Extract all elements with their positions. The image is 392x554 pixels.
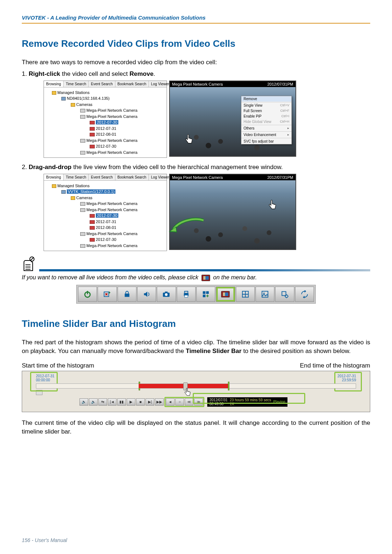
- video-preview: [172, 206, 293, 247]
- node-root[interactable]: Managed Stations: [45, 90, 165, 96]
- toolbar-lock-icon[interactable]: [118, 287, 136, 302]
- label-start-time: Start time of the histogram: [22, 362, 94, 369]
- node-cam[interactable]: Mega-Pixel Network Camera: [45, 231, 165, 237]
- node-station[interactable]: VVTK_Station1(127.0.0.1): [45, 189, 165, 195]
- remove-all-icon: [201, 275, 210, 281]
- step2-bold: Drag-and-drop: [29, 164, 72, 171]
- toolbar-audio-icon[interactable]: [137, 287, 156, 302]
- ctx-full-screen[interactable]: Full ScreenCtrl+F: [241, 108, 291, 114]
- svg-point-8: [165, 293, 168, 296]
- step1-bold2: Remove: [130, 70, 154, 77]
- ctrl-next[interactable]: ▶▶: [155, 398, 164, 406]
- toolbar-grid-icon[interactable]: [236, 287, 255, 302]
- ctrl-stop[interactable]: ■: [136, 398, 145, 406]
- timeline-track[interactable]: ◄━━━: [36, 383, 356, 389]
- ctx-hide-global[interactable]: Hide Global ViewCtrl+H: [241, 119, 291, 124]
- ctrl-vol2[interactable]: 🔈: [89, 398, 98, 406]
- tab-event-search[interactable]: Event Search: [89, 81, 115, 87]
- video-name: Mega Pixel Network Camera: [172, 82, 223, 86]
- step1-num: 1.: [22, 70, 29, 77]
- node-cam[interactable]: Mega-Pixel Network Camera: [45, 149, 165, 156]
- node-date[interactable]: 2012-07-30: [45, 237, 165, 243]
- step-2: 2. Drag-and-drop the live view from the …: [22, 163, 370, 172]
- arrow-indicator: ◄━━━: [151, 384, 165, 389]
- node-cam[interactable]: Mega-Pixel Network Camera: [45, 138, 165, 144]
- toolbar-image-icon[interactable]: [256, 287, 274, 302]
- page-footer: 156 - User's Manual: [22, 537, 67, 543]
- node-date[interactable]: 2012-07-30: [45, 143, 165, 149]
- node-station[interactable]: ND8401(192.168.4.135): [45, 95, 165, 102]
- node-date[interactable]: 2012-07-31: [45, 219, 165, 225]
- ctrl-pause[interactable]: ▮▮: [117, 398, 126, 406]
- ctx-others[interactable]: Others: [241, 126, 291, 131]
- ctx-svc[interactable]: SVC fps adjust bar: [241, 139, 291, 144]
- tab-log-viewer[interactable]: Log Viewer: [149, 174, 172, 180]
- ctx-remove[interactable]: Remove: [241, 96, 291, 102]
- timeline-desc: The red part of the histogram shows the …: [22, 338, 370, 356]
- node-cameras[interactable]: Cameras: [45, 195, 165, 201]
- node-cam[interactable]: Mega-Pixel Network Camera: [45, 201, 165, 207]
- ctrl-skip-back[interactable]: |◄: [108, 398, 117, 406]
- page-header: VIVOTEK - A Leading Provider of Multimed…: [22, 15, 370, 23]
- node-date[interactable]: 2012-08-01: [45, 131, 165, 138]
- video-ts: 2012/07/31PM: [267, 82, 293, 86]
- video-cell-2[interactable]: Mega Pixel Network Camera 2012/07/31PM: [169, 174, 296, 250]
- screenshot-1: Browsing Time Search Event Search Bookma…: [44, 81, 370, 158]
- tab-time-search[interactable]: Time Search: [64, 81, 89, 87]
- ctrl-step-back[interactable]: ◄: [166, 398, 175, 406]
- tree-tabs: Browsing Time Search Event Search Bookma…: [44, 174, 167, 181]
- step1-bold1: Right-click: [29, 70, 60, 77]
- ctx-enable-pip[interactable]: Enable PiPCtrl+I: [241, 114, 291, 119]
- node-cam[interactable]: Mega-Pixel Network Camera: [45, 243, 165, 249]
- tree-panel-1: Browsing Time Search Event Search Bookma…: [44, 81, 167, 158]
- toolbar-remove-all-icon[interactable]: [216, 287, 235, 302]
- node-date[interactable]: 2012-07-30: [45, 213, 165, 219]
- svg-rect-4: [87, 291, 88, 294]
- note-icon: [22, 256, 36, 271]
- tab-bookmark-search[interactable]: Bookmark Search: [115, 174, 149, 180]
- ctrl-sync[interactable]: ⇆: [98, 398, 107, 406]
- svg-rect-12: [184, 295, 188, 297]
- ctrl-skip-fwd[interactable]: ▶|: [146, 398, 154, 406]
- tab-browsing[interactable]: Browsing: [44, 174, 64, 180]
- tab-log-viewer[interactable]: Log Viewer: [149, 81, 172, 87]
- video-cell-1[interactable]: Mega Pixel Network Camera 2012/07/31PM R…: [169, 81, 296, 157]
- video-header: Mega Pixel Network Camera 2012/07/31PM: [170, 175, 295, 180]
- ctrl-vol[interactable]: 🔈: [79, 398, 88, 406]
- toolbar-print-icon[interactable]: [177, 287, 196, 302]
- node-cam[interactable]: Mega-Pixel Network Camera: [45, 114, 165, 120]
- toolbar-power-icon[interactable]: [78, 287, 97, 302]
- video-ts: 2012/07/31PM: [267, 175, 293, 180]
- tree-body-2: Managed Stations VVTK_Station1(127.0.0.1…: [44, 181, 167, 251]
- toolbar-settings-icon[interactable]: [275, 287, 294, 302]
- node-date[interactable]: 2012-07-31: [45, 126, 165, 132]
- toolbar-camera-icon[interactable]: [157, 287, 176, 302]
- node-cam[interactable]: Mega-Pixel Network Camera: [45, 207, 165, 213]
- svg-rect-19: [282, 292, 286, 296]
- tab-event-search[interactable]: Event Search: [89, 174, 115, 180]
- node-date[interactable]: 2012-07-30: [45, 119, 165, 126]
- node-cameras[interactable]: Cameras: [45, 102, 165, 108]
- range-handle-right[interactable]: [228, 382, 229, 390]
- tab-bookmark-search[interactable]: Bookmark Search: [115, 81, 149, 87]
- node-cam[interactable]: Mega-Pixel Network Camera: [45, 107, 165, 114]
- ctrl-loop[interactable]: ○: [175, 398, 184, 406]
- header-rule: [22, 23, 370, 24]
- tab-browsing[interactable]: Browsing: [44, 81, 64, 87]
- toolbar-export-icon[interactable]: [98, 287, 117, 302]
- ctrl-rew[interactable]: ≪: [185, 398, 193, 406]
- ctrl-play[interactable]: ▶: [127, 398, 135, 406]
- svg-point-18: [264, 293, 265, 294]
- ctx-enhancement[interactable]: Video Enhancement: [241, 132, 291, 138]
- section-title-remove: Remove Recorded Video Clips from Video C…: [22, 38, 370, 49]
- step2-post: the live view from the video cell to the…: [72, 164, 283, 171]
- tab-time-search[interactable]: Time Search: [64, 174, 89, 180]
- toolbar-align-icon[interactable]: [196, 287, 215, 302]
- ctx-single-view[interactable]: Single ViewCtrl+V: [241, 103, 291, 108]
- tree-body-1: Managed Stations ND8401(192.168.4.135) C…: [44, 87, 167, 158]
- toolbar-refresh-icon[interactable]: [295, 287, 314, 302]
- node-date[interactable]: 2012-08-01: [45, 225, 165, 231]
- svg-rect-14: [206, 291, 209, 294]
- timeline-labels: Start time of the histogram End time of …: [22, 362, 370, 369]
- node-root[interactable]: Managed Stations: [45, 183, 165, 189]
